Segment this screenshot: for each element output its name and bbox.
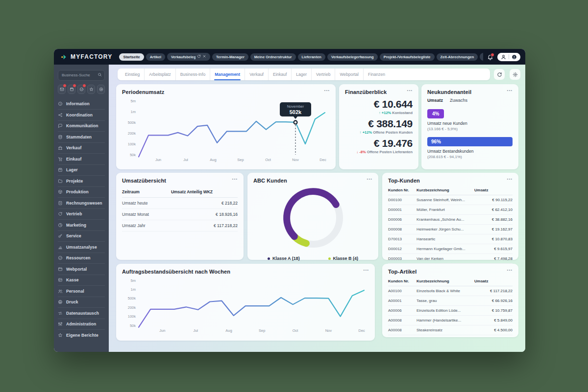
tab-einstieg[interactable]: Einstieg — [121, 69, 144, 80]
table-row[interactable]: A00008Hammer (Handelsartike...€ 5.849,00 — [388, 316, 513, 325]
tab-verkauf[interactable]: Verkauf — [245, 69, 268, 80]
row-amount: € 10.870,83 — [474, 234, 513, 244]
card-menu-button[interactable]: ••• — [364, 269, 369, 272]
tab-business-info[interactable]: Business-Info — [175, 69, 210, 80]
table-row[interactable]: D70013Hanseartic€ 10.870,83 — [388, 234, 513, 244]
neukunden-tab-umsatz[interactable]: Umsatz — [427, 98, 443, 103]
card-menu-button[interactable]: ••• — [407, 89, 413, 92]
sidebar-item-marketing[interactable]: Marketing — [58, 219, 105, 231]
table-row[interactable]: Umsatz Monat€ 18.926,16 — [122, 209, 238, 220]
top-tab-startseite[interactable]: Startseite — [119, 53, 144, 61]
mail-icon[interactable] — [58, 85, 66, 94]
finanz-metric: € 10.644↑ +12% Kontostand — [374, 99, 413, 115]
myfactory-logo[interactable]: MYFACTORY — [61, 53, 112, 61]
row-amount: € 38.882,16 — [474, 215, 513, 224]
row-id: A00006 — [388, 306, 416, 315]
top-tab-artikel[interactable]: Artikel — [146, 53, 165, 61]
table-row[interactable]: D00003Van der Kerken€ 7.498,28 — [388, 254, 513, 264]
tab-webportal[interactable]: Webportal — [335, 69, 363, 80]
sidebar-item-eigene-berichte[interactable]: Eigene Berichte — [58, 329, 105, 341]
top-tab-zeit-abrechnungen[interactable]: Zeit-Abrechnungen — [437, 53, 478, 61]
table-row[interactable]: A00100Einzelsofa Black & White€ 117.218,… — [388, 286, 513, 296]
table-row[interactable]: D00008Heimwerker Jürgen Schu...€ 19.162,… — [388, 225, 513, 234]
sidebar-item-label: Eigene Berichte — [66, 333, 98, 338]
close-icon[interactable] — [202, 54, 206, 59]
sidebar-item-lager[interactable]: Lager — [58, 164, 105, 176]
table-row[interactable]: Umsatz heute€ 218,22 — [122, 198, 238, 209]
table-row[interactable]: D00100Susanne Steinhoff, Weinh...€ 90.11… — [388, 195, 513, 205]
top-tab-verkaufsbelegerfassung[interactable]: Verkaufsbelegerfassung — [327, 53, 378, 61]
tab-einkauf[interactable]: Einkauf — [268, 69, 291, 80]
row-amount: € 62.412,10 — [474, 205, 513, 214]
sidebar-item-vertrieb[interactable]: Vertrieb — [58, 208, 105, 220]
sidebar-item-verkauf[interactable]: Verkauf — [58, 142, 105, 154]
row-value: € 18.926,16 — [216, 212, 238, 217]
sidebar-item-kasse[interactable]: Kasse — [58, 275, 105, 286]
calendar-icon[interactable] — [68, 85, 75, 94]
sidebar-item-service[interactable]: Service — [58, 231, 105, 242]
sidebar-item-projekte[interactable]: Projekte — [58, 175, 105, 186]
tab-lager[interactable]: Lager — [291, 69, 311, 80]
tab-management[interactable]: Management — [210, 69, 245, 80]
card-top-kunden: Top-Kunden ••• Kunden Nr.Kurzbezeichnung… — [382, 173, 518, 260]
table-row[interactable]: Umsatz Jahr€ 117.218,22 — [122, 220, 238, 231]
settings-gear-icon[interactable] — [510, 69, 520, 80]
sidebar-item-information[interactable]: Information — [58, 99, 105, 110]
top-tab-lieferanten[interactable]: Lieferanten — [298, 53, 325, 61]
sidebar-item-webportal[interactable]: Webportal — [58, 263, 105, 275]
star-icon[interactable] — [87, 85, 95, 94]
card-title: Periodenumsatz — [122, 89, 164, 95]
metric-sub: ↑ +12% Offene Posten Kunden — [360, 130, 413, 135]
finanz-metric: € 19.476↓ -8% Offene Posten Lieferanten — [356, 138, 413, 154]
refresh-button[interactable] — [494, 69, 505, 80]
top-tab-verkaufsbelegausk[interactable]: Verkaufsbelegausk — [167, 53, 210, 61]
refresh-icon[interactable] — [197, 54, 201, 59]
sidebar-item-ressourcen[interactable]: Ressourcen — [58, 253, 105, 264]
share-label: Umsatz Bestandskunden — [427, 149, 513, 154]
user-icon[interactable] — [501, 54, 506, 60]
key-icon — [58, 233, 63, 238]
table-row[interactable]: D00001Müller, Frankfurt€ 62.412,10 — [388, 205, 513, 215]
top-tab-termin-manager[interactable]: Termin-Manager — [212, 53, 248, 61]
sidebar-item-produktion[interactable]: Produktion — [58, 186, 105, 198]
svg-text:502k: 502k — [290, 109, 302, 115]
tab-finanzen[interactable]: Finanzen — [363, 69, 390, 80]
sidebar-item-druck[interactable]: Druck — [58, 297, 105, 308]
tab-vertrieb[interactable]: Vertrieb — [311, 69, 335, 80]
table-row[interactable]: A00008Steakereinsatz€ 4.500,00 — [388, 325, 513, 335]
sidebar-item-datenaustausch[interactable]: Datenaustausch — [58, 307, 105, 319]
top-tab-meine-ordnerstruktur[interactable]: Meine Ordnerstruktur — [250, 53, 296, 61]
sidebar-item-administration[interactable]: Administration — [58, 319, 105, 330]
top-tab-12-weitere-tabs[interactable]: 12 weitere Tabs — [480, 53, 483, 61]
table-row[interactable]: A00006Einzelsofa Edition Lüde...€ 10.759… — [388, 306, 513, 316]
table-row[interactable]: D00006Krankenhaus „Schöne Au...€ 38.882,… — [388, 215, 513, 225]
svg-text:Jul: Jul — [183, 158, 188, 162]
top-tab-projekt-verkaufsbelegliste[interactable]: Projekt-/Verkaufsbelegliste — [380, 53, 435, 61]
sidebar-item-koordination[interactable]: Koordination — [58, 109, 105, 120]
avatar-icon[interactable] — [512, 54, 517, 60]
card-menu-button[interactable]: ••• — [367, 178, 372, 181]
tasks-icon[interactable] — [77, 85, 85, 94]
row-amount: € 117.218,22 — [474, 286, 513, 296]
sidebar-item-label: Marketing — [66, 223, 86, 228]
svg-text:Jun: Jun — [159, 328, 165, 333]
table-row[interactable]: D00012Hermann Kugellager Gmb...€ 9.615,9… — [388, 244, 513, 254]
sidebar-item-kommunikation[interactable]: Kommunikation — [58, 120, 105, 132]
sidebar-item-rechnungswesen[interactable]: Rechnungswesen — [58, 197, 105, 208]
table-row[interactable]: A00001Tasse, grau€ 66.926,16 — [388, 296, 513, 306]
target-icon[interactable] — [97, 85, 105, 94]
card-menu-button[interactable]: ••• — [507, 269, 513, 272]
sidebar-item-einkauf[interactable]: Einkauf — [58, 153, 105, 164]
sidebar-item-personal[interactable]: Personal — [58, 285, 105, 297]
card-menu-button[interactable]: ••• — [507, 89, 513, 92]
column-header: Umsatz — [474, 277, 513, 286]
card-menu-button[interactable]: ••• — [507, 178, 513, 181]
row-id: D00006 — [388, 215, 416, 224]
notifications-bell-icon[interactable] — [487, 54, 493, 60]
sidebar-item-stammdaten[interactable]: Stammdaten — [58, 131, 105, 142]
tab-arbeitsplatz[interactable]: Arbeitsplatz — [144, 69, 175, 80]
neukunden-tab-zuwachs[interactable]: Zuwachs — [450, 98, 467, 103]
card-menu-button[interactable]: ••• — [232, 178, 238, 181]
sidebar-item-umsatzanalyse[interactable]: Umsatzanalyse — [58, 241, 105, 253]
card-menu-button[interactable]: ••• — [324, 89, 330, 92]
